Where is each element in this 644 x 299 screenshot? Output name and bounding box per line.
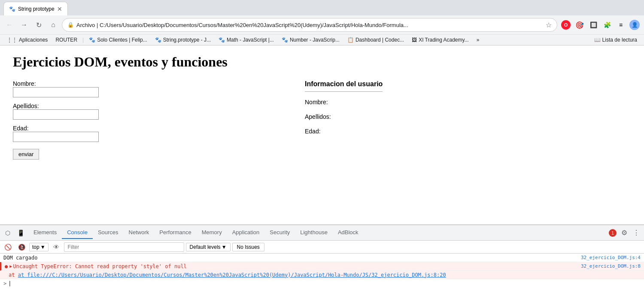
tab-security[interactable]: Security	[264, 227, 295, 239]
tab-network[interactable]: Network	[124, 227, 155, 239]
dashboard-icon: 📋	[347, 37, 354, 43]
console-log-source[interactable]: 32_ejercicio_DOM.js:4	[581, 255, 641, 260]
solo-clientes-icon: 🐾	[89, 37, 95, 43]
bookmark-more[interactable]: »	[473, 36, 483, 44]
eye-icon[interactable]: 👁	[50, 241, 62, 253]
enviar-button[interactable]: enviar	[13, 149, 39, 160]
console-prompt-symbol: >	[3, 281, 6, 287]
info-nombre: Nombre:	[305, 99, 383, 106]
console-error-text: Uncaught TypeError: Cannot read property…	[13, 263, 581, 269]
info-nombre-label: Nombre:	[305, 99, 328, 106]
nombre-label: Nombre:	[13, 80, 36, 87]
info-divider	[305, 91, 383, 92]
bookmark-xi-trading[interactable]: 🖼 XI Trading Academy...	[408, 36, 472, 44]
bookmark-solo-clientes-label: Solo Clientes | Felip...	[97, 37, 147, 43]
bookmark-string-prototype[interactable]: 🐾 String.prototype - J...	[152, 36, 214, 44]
bookmark-more-label: »	[477, 37, 480, 43]
tab-bar: 🐾 String prototype ✕	[0, 0, 644, 15]
ext-icon-1[interactable]: 🔲	[587, 19, 599, 31]
context-selector[interactable]: top ▼	[29, 243, 49, 251]
bookmark-math-js[interactable]: 🐾 Math - JavaScript |...	[215, 36, 277, 44]
context-dropdown-icon: ▼	[40, 244, 46, 250]
tab-adblock[interactable]: AdBlock	[333, 227, 364, 239]
filter-icon[interactable]: 🚷	[15, 241, 27, 253]
devtools-left-icons: ⬡ 📱	[2, 227, 27, 239]
levels-dropdown-icon: ▼	[222, 244, 227, 250]
bookmark-number-js[interactable]: 🐾 Number - JavaScrip...	[278, 36, 343, 44]
no-issues-button[interactable]: No Issues	[232, 243, 264, 251]
console-row-error: ● ▶ Uncaught TypeError: Cannot read prop…	[0, 262, 644, 271]
info-section: Informacion del usuario Nombre: Apellido…	[305, 80, 383, 160]
console-error-source[interactable]: 32_ejercicio_DOM.js:8	[581, 263, 641, 269]
bookmark-math-js-label: Math - JavaScript |...	[227, 37, 274, 43]
home-button[interactable]: ⌂	[47, 19, 59, 31]
lock-icon: 🔒	[67, 22, 74, 28]
address-bar[interactable]: 🔒 Archivo | C:/Users/Usuario/Desktop/Doc…	[62, 18, 557, 32]
default-levels-button[interactable]: Default levels ▼	[186, 243, 231, 251]
edad-label: Edad:	[13, 125, 29, 132]
xi-trading-icon: 🖼	[412, 37, 417, 43]
ext-icon-3[interactable]: ≡	[615, 19, 627, 31]
nav-bar: ← → ↻ ⌂ 🔒 Archivo | C:/Users/Usuario/Des…	[0, 15, 644, 34]
clear-console-icon[interactable]: 🚫	[2, 241, 14, 253]
edad-input[interactable]	[13, 132, 99, 142]
info-edad-label: Edad:	[305, 128, 321, 135]
math-js-icon: 🐾	[219, 37, 225, 43]
tab-memory[interactable]: Memory	[197, 227, 227, 239]
tab-performance[interactable]: Performance	[154, 227, 196, 239]
bookmark-router-label: ROUTER	[55, 37, 77, 43]
tab-console[interactable]: Console	[62, 227, 93, 239]
forward-button[interactable]: →	[18, 19, 30, 31]
error-badge: 1	[609, 229, 617, 237]
console-cursor[interactable]: |	[8, 281, 11, 287]
refresh-button[interactable]: ↻	[33, 19, 45, 31]
devtools-more-icon[interactable]: ⋮	[630, 227, 642, 239]
tab-favicon: 🐾	[9, 6, 15, 12]
devtools-responsive-icon[interactable]: 📱	[15, 227, 27, 239]
nombre-input[interactable]	[13, 87, 99, 97]
toolbar-icons: O 🎯 🔲 🧩 ≡ 👤	[560, 19, 641, 31]
form-section: Nombre: Apellidos: Edad: enviar	[13, 80, 125, 160]
info-title: Informacion del usuario	[305, 80, 383, 88]
info-apellidos: Apellidos:	[305, 113, 383, 120]
star-icon[interactable]: ☆	[546, 21, 552, 29]
bookmark-solo-clientes[interactable]: 🐾 Solo Clientes | Felip...	[85, 36, 151, 44]
apps-icon: ⋮⋮	[7, 37, 17, 43]
info-edad: Edad:	[305, 128, 383, 135]
number-js-icon: 🐾	[282, 37, 288, 43]
apellidos-label: Apellidos:	[13, 103, 39, 109]
tab-lighthouse[interactable]: Lighthouse	[295, 227, 333, 239]
back-button[interactable]: ←	[3, 19, 15, 31]
error-circle-icon: ●	[5, 263, 8, 269]
tab-application[interactable]: Application	[227, 227, 265, 239]
active-tab[interactable]: 🐾 String prototype ✕	[3, 2, 68, 15]
console-row-log: DOM cargado 32_ejercicio_DOM.js:4	[0, 254, 644, 262]
error-file-link[interactable]: at file:///C:/Users/Usuario/Desktop/Docu…	[18, 272, 446, 278]
expand-icon[interactable]: ▶	[9, 264, 12, 269]
devtools-console: DOM cargado 32_ejercicio_DOM.js:4 ● ▶ Un…	[0, 254, 644, 299]
ext-icon-4[interactable]: 👤	[629, 19, 641, 31]
bookmark-dashboard[interactable]: 📋 Dashboard | Codec...	[344, 36, 407, 44]
console-filter-input[interactable]	[64, 242, 184, 252]
string-prototype-icon: 🐾	[155, 37, 161, 43]
bookmark-lista-lectura[interactable]: 📖 Lista de lectura	[591, 36, 641, 44]
google-drive-icon[interactable]: 🎯	[574, 19, 586, 31]
console-input-row[interactable]: > |	[0, 279, 644, 288]
opera-icon[interactable]: O	[560, 19, 572, 31]
bookmark-apps-label: Aplicaciones	[19, 37, 48, 43]
bookmark-apps[interactable]: ⋮⋮ Aplicaciones	[3, 36, 51, 44]
tab-sources[interactable]: Sources	[93, 227, 124, 239]
bookmark-string-prototype-label: String.prototype - J...	[163, 37, 211, 43]
tab-close-icon[interactable]: ✕	[57, 6, 62, 12]
console-log-text: DOM cargado	[3, 255, 581, 261]
bookmark-number-js-label: Number - JavaScrip...	[290, 37, 340, 43]
bookmark-xi-trading-label: XI Trading Academy...	[419, 37, 469, 43]
ext-icon-2[interactable]: 🧩	[601, 19, 613, 31]
devtools-settings-icon[interactable]: ⚙	[618, 227, 630, 239]
page-content: Ejercicios DOM, eventos y funciones Nomb…	[0, 45, 644, 224]
bookmark-router[interactable]: ROUTER	[52, 36, 81, 44]
devtools-inspect-icon[interactable]: ⬡	[2, 227, 14, 239]
levels-label: Default levels	[190, 244, 221, 250]
apellidos-input[interactable]	[13, 109, 99, 120]
tab-elements[interactable]: Elements	[28, 227, 62, 239]
